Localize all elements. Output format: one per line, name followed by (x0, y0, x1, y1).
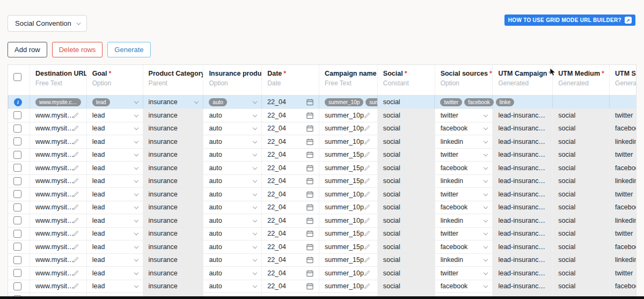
insurance-products-cell[interactable]: auto (203, 228, 261, 240)
row-checkbox[interactable] (13, 243, 21, 251)
social-sources-cell[interactable]: linkedin (435, 135, 493, 148)
social-sources-cell[interactable]: facebook (435, 162, 493, 174)
destination-url-cell[interactable]: www.mysite... (30, 240, 86, 253)
calendar-icon[interactable] (306, 112, 313, 119)
url-tag[interactable]: www.mysite.com/blog/a (35, 98, 81, 106)
date-cell[interactable]: 22_04 (261, 162, 319, 174)
campaign-name-cell[interactable]: summer_15p (319, 254, 377, 267)
insurance-products-tag[interactable]: auto (209, 98, 226, 106)
calendar-icon[interactable] (306, 125, 313, 132)
social-sources-cell[interactable]: facebook (435, 240, 493, 253)
insurance-products-cell[interactable]: auto (203, 254, 261, 267)
date-cell[interactable]: 22_04 (261, 135, 319, 148)
campaign-name-cell[interactable]: summer_10p (319, 280, 377, 293)
date-cell[interactable]: 22_04 (261, 267, 319, 280)
edit-pencil-icon[interactable] (364, 112, 370, 119)
edit-pencil-icon[interactable] (72, 217, 79, 224)
edit-pencil-icon[interactable] (72, 125, 79, 132)
goal-cell[interactable]: lead (86, 267, 143, 280)
social-sources-cell[interactable]: twitter (435, 228, 493, 240)
row-checkbox[interactable] (13, 269, 21, 277)
insurance-products-cell[interactable]: auto (203, 149, 261, 162)
social-sources-cell[interactable]: twitter (435, 109, 493, 122)
column-header[interactable]: UTM Campaign* Generated (492, 65, 552, 95)
calendar-icon[interactable] (306, 164, 313, 171)
goal-cell[interactable]: lead (86, 96, 143, 108)
convention-dropdown[interactable]: Social Convention (8, 15, 87, 32)
campaign-name-cell[interactable]: summer_10p (319, 135, 377, 148)
social-sources-cell[interactable]: twitter facebook linke (434, 96, 492, 108)
calendar-icon[interactable] (306, 151, 313, 158)
date-cell[interactable]: 22_04 (261, 280, 319, 293)
social-sources-cell[interactable]: twitter (435, 267, 493, 280)
destination-url-cell[interactable]: www.mysite... (30, 109, 86, 122)
row-checkbox[interactable] (13, 137, 21, 145)
goal-cell[interactable]: lead (86, 240, 143, 253)
social-source-tag[interactable]: twitter (440, 98, 462, 106)
campaign-name-cell[interactable]: summer_10p (319, 201, 377, 214)
date-cell[interactable]: 22_04 (261, 149, 319, 162)
calendar-icon[interactable] (306, 243, 313, 250)
edit-pencil-icon[interactable] (364, 191, 370, 198)
insurance-products-cell[interactable]: auto (203, 214, 261, 227)
column-header[interactable]: Insurance products* Option (203, 65, 261, 95)
edit-pencil-icon[interactable] (364, 244, 370, 250)
goal-cell[interactable]: lead (86, 122, 143, 135)
row-checkbox[interactable] (13, 230, 21, 238)
destination-url-cell[interactable]: www.mysite... (30, 280, 86, 293)
campaign-name-cell[interactable]: summer_15p (319, 149, 377, 162)
date-cell[interactable]: 22_04 (261, 228, 319, 240)
edit-pencil-icon[interactable] (72, 138, 79, 145)
date-cell[interactable]: 22_04 (261, 201, 319, 214)
destination-url-cell[interactable]: www.mysite... (30, 228, 86, 240)
goal-cell[interactable]: lead (86, 228, 143, 240)
insurance-products-cell[interactable]: auto (203, 267, 261, 280)
row-checkbox[interactable] (13, 203, 21, 212)
goal-cell[interactable]: lead (86, 280, 143, 293)
insurance-products-cell[interactable]: auto (203, 188, 261, 201)
date-cell[interactable]: 22_04 (261, 240, 319, 253)
campaign-name-cell[interactable]: summer_10p (319, 188, 377, 201)
edit-pencil-icon[interactable] (364, 125, 370, 132)
edit-pencil-icon[interactable] (72, 230, 79, 237)
date-cell[interactable]: 22_04 (261, 122, 319, 135)
social-sources-cell[interactable]: facebook (435, 201, 493, 214)
info-icon[interactable]: i (14, 98, 22, 106)
social-sources-cell[interactable]: facebook (435, 280, 493, 293)
goal-tag[interactable]: lead (92, 98, 110, 106)
help-button[interactable]: HOW TO USE GRID MODE URL BUILDER? ↗ (504, 14, 635, 26)
destination-url-cell[interactable]: www.mysite... (30, 162, 86, 174)
campaign-name-cell[interactable]: summer_10p (319, 122, 377, 135)
edit-pencil-icon[interactable] (72, 191, 79, 198)
campaign-name-cell[interactable]: summer_10p (319, 214, 377, 227)
edit-pencil-icon[interactable] (364, 165, 370, 171)
column-header[interactable]: UTM Source* Generated (609, 65, 636, 95)
social-sources-cell[interactable]: twitter (435, 188, 493, 201)
column-header[interactable]: Destination URL* Free Text (30, 65, 86, 95)
calendar-icon[interactable] (306, 138, 313, 145)
goal-cell[interactable]: lead (86, 254, 143, 267)
row-checkbox[interactable] (13, 256, 21, 264)
edit-pencil-icon[interactable] (72, 178, 79, 184)
social-sources-cell[interactable]: linkedin (435, 175, 493, 188)
calendar-icon[interactable] (306, 204, 313, 211)
campaign-name-cell[interactable]: summer_10p (319, 267, 377, 280)
campaign-name-cell[interactable]: summer_15p (319, 175, 377, 188)
calendar-icon[interactable] (306, 178, 313, 185)
edit-pencil-icon[interactable] (364, 178, 370, 184)
column-header[interactable]: Goal* Option (86, 65, 143, 95)
campaign-name-cell[interactable]: summer_15p (319, 240, 377, 253)
add-row-button[interactable]: Add row (8, 42, 47, 57)
row-checkbox[interactable] (13, 125, 21, 133)
date-cell[interactable]: 22_04 (261, 96, 319, 108)
row-checkbox[interactable] (13, 282, 21, 290)
campaign-tag[interactable]: summer_10p (325, 98, 363, 106)
date-cell[interactable]: 22_04 (261, 254, 319, 267)
campaign-name-cell[interactable]: summer_15p (319, 162, 377, 174)
column-header[interactable]: Date* Date (261, 65, 319, 95)
destination-url-cell[interactable]: www.mysite... (30, 135, 86, 148)
column-header[interactable]: Social* Constant (377, 65, 435, 95)
social-sources-cell[interactable]: linkedin (435, 214, 493, 227)
edit-pencil-icon[interactable] (364, 151, 370, 158)
social-sources-cell[interactable]: twitter (435, 149, 493, 162)
